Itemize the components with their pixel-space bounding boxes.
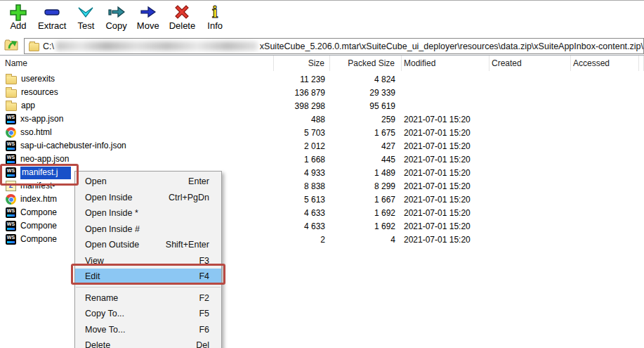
menu-item-shortcut: Del bbox=[196, 340, 209, 348]
path-visible: xSuiteCube_5.206.0.mtar\xSuiteCube_ui_de… bbox=[260, 41, 643, 51]
file-modified: 2021-07-01 15:20 bbox=[402, 181, 489, 191]
delete-button[interactable]: Delete bbox=[164, 2, 201, 32]
path-prefix: C:\ bbox=[43, 41, 54, 51]
file-icon bbox=[6, 234, 16, 245]
table-row[interactable]: xs-app.json 488 259 2021-07-01 15:20 bbox=[0, 112, 644, 126]
menu-item[interactable]: Open Inside # bbox=[75, 221, 221, 238]
file-modified: 2021-07-01 15:20 bbox=[402, 141, 489, 151]
menu-item-shortcut: Ctrl+PgDn bbox=[169, 193, 209, 202]
file-name: Compone bbox=[20, 234, 57, 245]
file-size: 4 933 bbox=[274, 168, 330, 178]
file-icon bbox=[6, 194, 16, 205]
info-icon: i bbox=[205, 3, 225, 21]
menu-item[interactable]: Delete Del bbox=[75, 337, 221, 348]
menu-item[interactable]: Open Outside Shift+Enter bbox=[75, 237, 221, 253]
file-size: 488 bbox=[274, 115, 330, 124]
file-packed-size: 4 bbox=[330, 235, 402, 245]
table-row[interactable]: neo-app.json 1 668 445 2021-07-01 15:20 bbox=[0, 153, 644, 166]
column-header-accessed[interactable]: Accessed bbox=[571, 56, 639, 71]
file-packed-size: 1 692 bbox=[330, 208, 402, 218]
move-button[interactable]: Move bbox=[132, 2, 164, 32]
delete-icon bbox=[172, 3, 192, 21]
file-icon bbox=[6, 89, 17, 98]
file-name: sso.html bbox=[20, 127, 52, 138]
file-packed-size: 427 bbox=[330, 141, 402, 151]
menu-item[interactable]: View F3 bbox=[75, 253, 221, 269]
up-one-level-button[interactable] bbox=[1, 37, 21, 55]
menu-item-label: Open Inside # bbox=[85, 224, 140, 234]
file-name: Compone bbox=[20, 221, 57, 231]
add-icon bbox=[8, 3, 28, 21]
column-header-name[interactable]: Name bbox=[0, 56, 274, 71]
menu-item-label: Rename bbox=[85, 293, 118, 303]
table-row[interactable]: sso.html 5 703 1 675 2021-07-01 15:20 bbox=[0, 126, 644, 139]
test-button[interactable]: Test bbox=[71, 2, 100, 32]
extract-icon bbox=[42, 3, 62, 21]
menu-item[interactable]: Copy To... F5 bbox=[75, 306, 221, 322]
table-row[interactable]: userexits 11 239 4 824 bbox=[0, 72, 644, 86]
file-packed-size: 4 824 bbox=[330, 75, 402, 84]
test-label: Test bbox=[78, 21, 95, 31]
menu-separator bbox=[75, 285, 221, 290]
column-header-size[interactable]: Size bbox=[274, 56, 330, 71]
info-button[interactable]: i Info bbox=[200, 2, 230, 32]
menu-item[interactable]: Open Inside * bbox=[75, 205, 221, 221]
file-size: 136 879 bbox=[274, 88, 330, 98]
extract-button[interactable]: Extract bbox=[33, 2, 71, 32]
file-size: 5 703 bbox=[274, 128, 330, 138]
file-size: 398 298 bbox=[274, 101, 330, 111]
file-name: resources bbox=[21, 87, 58, 98]
file-icon bbox=[6, 154, 16, 165]
add-label: Add bbox=[10, 21, 26, 31]
add-button[interactable]: Add bbox=[4, 2, 33, 32]
column-header-packed-size[interactable]: Packed Size bbox=[330, 56, 402, 71]
menu-item-shortcut: F3 bbox=[199, 256, 209, 266]
column-header-spacer bbox=[639, 56, 644, 71]
file-modified: 2021-07-01 15:20 bbox=[402, 155, 489, 165]
file-modified: 2021-07-01 15:20 bbox=[402, 168, 489, 178]
move-label: Move bbox=[137, 21, 159, 31]
list-header: Name Size Packed Size Modified Created A… bbox=[0, 56, 644, 71]
file-size: 8 838 bbox=[274, 181, 330, 191]
file-name: index.htm bbox=[20, 194, 57, 205]
menu-item[interactable]: Open Inside Ctrl+PgDn bbox=[75, 190, 221, 206]
file-size: 2 bbox=[274, 235, 330, 245]
file-size: 11 239 bbox=[274, 75, 330, 84]
info-label: Info bbox=[207, 21, 223, 31]
copy-button[interactable]: Copy bbox=[100, 2, 131, 32]
menu-item-label: Copy To... bbox=[85, 309, 124, 318]
menu-item[interactable]: Rename F2 bbox=[75, 290, 221, 307]
menu-item[interactable]: Open Enter bbox=[75, 174, 221, 190]
file-modified: 2021-07-01 15:20 bbox=[402, 115, 489, 124]
menu-item-shortcut: F4 bbox=[199, 271, 209, 281]
menu-item[interactable]: Move To... F6 bbox=[75, 322, 221, 338]
column-header-modified[interactable]: Modified bbox=[402, 56, 489, 71]
file-name: manifest- bbox=[20, 181, 55, 191]
file-name: sap-ui-cachebuster-info.json bbox=[20, 141, 126, 151]
delete-label: Delete bbox=[169, 21, 196, 31]
file-size: 4 633 bbox=[274, 221, 330, 231]
file-name: app bbox=[21, 101, 35, 111]
file-modified: 2021-07-01 15:20 bbox=[402, 128, 489, 138]
menu-item-label: Delete bbox=[85, 340, 110, 348]
file-icon bbox=[6, 221, 16, 231]
menu-item-shortcut: F5 bbox=[199, 309, 209, 318]
address-bar[interactable]: C:\ xSuiteCube_5.206.0.mtar\xSuiteCube_u… bbox=[24, 38, 644, 54]
file-name: userexits bbox=[21, 74, 55, 84]
menu-item-label: View bbox=[85, 256, 104, 266]
menu-item-shortcut: F6 bbox=[199, 325, 209, 335]
menu-item[interactable]: Edit F4 bbox=[75, 269, 221, 285]
file-modified: 2021-07-01 15:20 bbox=[402, 221, 489, 231]
table-row[interactable]: resources 136 879 29 339 bbox=[0, 86, 644, 99]
file-name: xs-app.json bbox=[20, 114, 63, 124]
file-name: Compone bbox=[20, 207, 57, 218]
file-packed-size: 1 675 bbox=[330, 128, 402, 138]
file-size: 1 668 bbox=[274, 155, 330, 165]
column-header-created[interactable]: Created bbox=[489, 56, 571, 71]
table-row[interactable]: app 398 298 95 619 bbox=[0, 99, 644, 112]
menu-item-label: Open Inside bbox=[85, 193, 132, 202]
extract-label: Extract bbox=[38, 21, 66, 31]
file-packed-size: 1 667 bbox=[330, 195, 402, 205]
table-row[interactable]: sap-ui-cachebuster-info.json 2 012 427 2… bbox=[0, 139, 644, 153]
file-packed-size: 259 bbox=[330, 115, 402, 124]
